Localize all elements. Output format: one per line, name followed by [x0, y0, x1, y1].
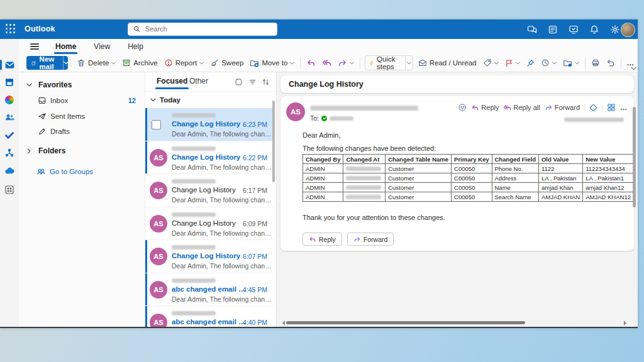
forward-action[interactable]: Forward [545, 104, 580, 112]
read-unread-button[interactable]: Read / Unread [415, 56, 480, 70]
message-item-5[interactable]: AS Change Log History 6:07 PM Dear Admin… [145, 240, 274, 273]
sender-avatar[interactable]: AS [286, 102, 305, 121]
table-view-icon[interactable] [607, 103, 616, 112]
reply-action[interactable]: Reply [471, 104, 499, 112]
mail-icon [4, 60, 15, 70]
collapse-toolbar-button[interactable] [631, 62, 636, 73]
reply-all-action[interactable]: Reply all [503, 104, 540, 112]
notifications-icon[interactable] [589, 25, 599, 35]
tab-home[interactable]: Home [54, 40, 77, 53]
hamburger-menu-icon[interactable] [30, 43, 39, 50]
settings-icon[interactable] [610, 25, 620, 35]
report-button[interactable]: Report [161, 56, 208, 70]
pin-button[interactable] [523, 56, 538, 70]
group-header-today[interactable]: Today [145, 92, 276, 108]
message-list-scrollbar[interactable] [272, 101, 275, 182]
undo-button[interactable] [603, 56, 618, 70]
quick-steps-dropdown[interactable] [405, 56, 413, 70]
sender-redacted [172, 245, 216, 250]
search-input[interactable] [144, 25, 272, 33]
tab-other[interactable]: Other [189, 77, 208, 85]
select-all-icon[interactable] [235, 78, 243, 86]
reactions-icon[interactable] [458, 103, 467, 112]
avatar: AS [150, 149, 167, 167]
chevron-down-icon [631, 67, 636, 70]
teams-chat-icon[interactable] [527, 25, 537, 35]
sender-redacted [172, 113, 216, 118]
message-item-7[interactable]: AS abc changed email logs 4:40 PM [145, 306, 274, 327]
reading-pane-vertical-scrollbar[interactable] [633, 107, 636, 207]
unread-indicator [145, 240, 147, 273]
search-bar[interactable] [128, 23, 277, 36]
message-item-6[interactable]: AS abc changed email logs 4:45 PM Dear A… [145, 273, 274, 307]
sweep-button[interactable]: Sweep [207, 56, 247, 70]
folder-drafts[interactable]: Drafts [19, 124, 145, 138]
quick-steps-button[interactable]: Quick steps [365, 55, 413, 70]
sender-redacted [172, 146, 216, 151]
rail-onedrive-button[interactable] [0, 163, 19, 178]
delete-button[interactable]: Delete [74, 56, 119, 70]
office-apps-icon[interactable] [548, 25, 558, 35]
inline-forward-button[interactable]: Forward [347, 233, 394, 246]
reply-button[interactable] [303, 56, 319, 70]
translator-icon[interactable] [589, 104, 597, 112]
new-mail-button[interactable]: New mail [26, 56, 68, 70]
new-mail-dropdown[interactable] [63, 56, 68, 70]
sender-email-redacted [310, 106, 418, 111]
rail-more-apps-button[interactable] [0, 182, 19, 197]
message-item-1[interactable]: Change Log History 6:23 PM Dear Admin, T… [145, 108, 274, 141]
message-time: 6:22 PM [243, 154, 267, 162]
filter-icon[interactable] [248, 78, 257, 86]
tab-help[interactable]: Help [126, 40, 145, 53]
folder-inbox[interactable]: Inbox 12 [19, 94, 145, 107]
message-item-2[interactable]: AS Change Log History 6:22 PM Dear Admin… [145, 141, 274, 175]
unread-indicator [145, 273, 147, 306]
table-row: ADMIN Customer C00050 Address LA , Pakis… [303, 173, 634, 183]
sort-icon[interactable] [262, 78, 270, 86]
reply-all-icon [503, 104, 511, 112]
favorites-header[interactable]: Favorites [19, 78, 145, 92]
rail-todo-button[interactable] [0, 128, 19, 143]
account-avatar[interactable] [621, 23, 635, 37]
tab-view[interactable]: View [92, 40, 111, 53]
rail-copilot-button[interactable] [0, 92, 19, 107]
select-message-checkbox[interactable] [152, 120, 161, 129]
forward-icon [353, 236, 361, 243]
rules-button[interactable] [560, 56, 582, 70]
my-day-icon[interactable] [569, 25, 579, 35]
reading-pane-horizontal-scrollbar[interactable] [286, 321, 525, 324]
archive-button[interactable]: Archive [119, 56, 160, 70]
app-launcher-icon[interactable] [6, 24, 16, 34]
groups-icon [36, 167, 46, 177]
rail-mail-button[interactable] [0, 57, 19, 72]
avatar: AS [150, 248, 167, 265]
message-item-3[interactable]: AS Change Log History 6:17 PM Dear Admin… [145, 174, 274, 207]
hscroll-left-arrow[interactable] [280, 321, 285, 326]
table-row: ADMIN Customer C00050 Search Name AMJAD … [303, 192, 634, 202]
message-item-4[interactable]: AS Change Log History 6:09 PM Dear Admin… [145, 207, 274, 241]
categorize-button[interactable] [480, 56, 502, 70]
hscroll-right-arrow[interactable] [624, 321, 629, 326]
print-button[interactable] [588, 56, 603, 70]
message-items: Change Log History 6:23 PM Dear Admin, T… [145, 108, 274, 327]
inline-reply-button[interactable]: Reply [303, 233, 342, 246]
timestamp-redacted [346, 167, 381, 171]
flag-button[interactable] [502, 56, 523, 70]
message-subject: Change Log History [172, 153, 240, 161]
pin-icon [526, 59, 535, 67]
go-to-groups-link[interactable]: Go to Groups [19, 165, 145, 178]
rail-people-button[interactable] [0, 110, 19, 125]
reply-all-button[interactable] [319, 56, 335, 70]
move-to-button[interactable]: Move to [247, 56, 297, 70]
snooze-button[interactable] [538, 56, 560, 70]
forward-button[interactable] [335, 56, 357, 70]
change-log-table: Changed By Changed At Changed Table Name… [303, 154, 634, 202]
rail-calendar-button[interactable] [0, 75, 19, 90]
rail-org-button[interactable] [0, 145, 19, 160]
more-actions[interactable]: … [620, 104, 628, 111]
folder-sent-items[interactable]: Sent Items [19, 109, 145, 123]
folders-header[interactable]: Folders [19, 144, 145, 158]
tab-focused[interactable]: Focused [157, 77, 187, 85]
sender-redacted [172, 179, 216, 184]
timestamp-redacted [346, 176, 381, 180]
